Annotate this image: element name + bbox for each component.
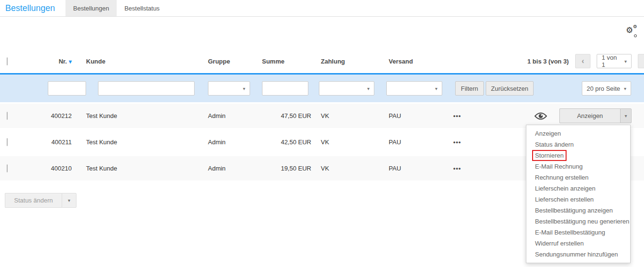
filter-gruppe-select[interactable]: ▾ bbox=[208, 81, 250, 96]
top-bar: Bestellungen Bestellungen Bestellstatus bbox=[0, 0, 644, 17]
row-checkbox[interactable] bbox=[7, 138, 8, 146]
cell-kunde: Test Kunde bbox=[72, 112, 208, 119]
col-header-versand[interactable]: Versand bbox=[389, 58, 453, 65]
menu-item-status-aendern[interactable]: Status ändern bbox=[526, 139, 630, 150]
menu-item-widerruf-erstellen[interactable]: Widerruf erstellen bbox=[526, 238, 630, 249]
cell-gruppe: Admin bbox=[208, 165, 262, 172]
cell-versand: PAU bbox=[389, 139, 453, 146]
more-info-button[interactable]: ••• bbox=[453, 139, 461, 146]
more-info-button[interactable]: ••• bbox=[453, 165, 461, 172]
bulk-action-split-button: Status ändern ▾ bbox=[5, 193, 76, 208]
zuruecksetzen-button[interactable]: Zurücksetzen bbox=[486, 81, 534, 96]
cell-zahlung: VK bbox=[311, 165, 389, 172]
cell-kunde: Test Kunde bbox=[72, 165, 208, 172]
pagination: 1 bis 3 (von 3) ‹ 1 von 1▾ › bbox=[527, 54, 644, 68]
filter-versand-select[interactable]: ▾ bbox=[386, 81, 442, 96]
anzeigen-button[interactable]: Anzeigen bbox=[559, 108, 620, 123]
menu-item-email-bestellbestaetigung[interactable]: E-Mail Bestellbestätigung bbox=[526, 227, 630, 238]
status-aendern-button[interactable]: Status ändern bbox=[5, 193, 62, 208]
cell-nr: 400210 bbox=[19, 165, 72, 172]
filter-row: ▾ ▾ ▾ Filtern Zurücksetzen 20 pro Seite▾ bbox=[0, 75, 644, 102]
anzeigen-caret-button[interactable]: ▾ bbox=[620, 108, 632, 123]
cell-gruppe: Admin bbox=[208, 139, 262, 146]
col-header-kunde[interactable]: Kunde bbox=[72, 58, 208, 65]
row-checkbox[interactable] bbox=[7, 112, 8, 120]
row-checkbox[interactable] bbox=[7, 164, 8, 172]
col-header-zahlung[interactable]: Zahlung bbox=[311, 58, 389, 65]
cell-nr: 400211 bbox=[19, 139, 72, 146]
more-info-button[interactable]: ••• bbox=[453, 112, 461, 119]
cell-nr: 400212 bbox=[19, 112, 72, 119]
status-aendern-caret-button[interactable]: ▾ bbox=[62, 193, 76, 208]
menu-item-stornieren[interactable]: Stornieren bbox=[526, 150, 630, 161]
menu-item-email-rechnung[interactable]: E-Mail Rechnung bbox=[526, 161, 630, 172]
eye-icon[interactable] bbox=[535, 112, 547, 120]
cell-summe: 42,50 EUR bbox=[262, 139, 311, 146]
col-header-gruppe[interactable]: Gruppe bbox=[208, 58, 262, 65]
menu-item-bestellbestaetigung-anzeigen[interactable]: Bestellbestätigung anzeigen bbox=[526, 205, 630, 216]
table-header-row: Nr.▾ Kunde Gruppe Summe Zahlung Versand … bbox=[0, 49, 644, 73]
menu-item-sendungsnummer-hinzufuegen[interactable]: Sendungsnummer hinzufügen bbox=[526, 249, 630, 260]
menu-item-bestellbestaetigung-neu-generieren[interactable]: Bestellbestätigung neu generieren bbox=[526, 216, 630, 227]
order-action-menu: Anzeigen Status ändern Stornieren E-Mail… bbox=[526, 125, 631, 263]
chevron-down-icon: ▾ bbox=[243, 86, 245, 91]
next-page-button[interactable]: › bbox=[638, 54, 644, 68]
menu-item-lieferschein-anzeigen[interactable]: Lieferschein anzeigen bbox=[526, 183, 630, 194]
gear-dot-icon bbox=[634, 34, 637, 37]
menu-item-lieferschein-erstellen[interactable]: Lieferschein erstellen bbox=[526, 194, 630, 205]
cell-summe: 19,50 EUR bbox=[262, 165, 311, 172]
select-all-checkbox[interactable] bbox=[7, 57, 8, 65]
chevron-down-icon: ▾ bbox=[435, 86, 437, 91]
chevron-down-icon: ▾ bbox=[624, 59, 627, 64]
cell-zahlung: VK bbox=[311, 139, 389, 146]
tab-bestellstatus[interactable]: Bestellstatus bbox=[117, 0, 167, 16]
cell-versand: PAU bbox=[389, 165, 453, 172]
filtern-button[interactable]: Filtern bbox=[455, 81, 484, 96]
chevron-down-icon: ▾ bbox=[68, 198, 70, 203]
filter-zahlung-select[interactable]: ▾ bbox=[319, 81, 374, 96]
stornieren-highlight-box[interactable]: Stornieren bbox=[532, 150, 567, 161]
menu-item-anzeigen[interactable]: Anzeigen bbox=[526, 128, 630, 139]
col-header-summe[interactable]: Summe bbox=[262, 58, 311, 65]
per-page-select[interactable]: 20 pro Seite▾ bbox=[582, 81, 631, 96]
cell-gruppe: Admin bbox=[208, 112, 262, 119]
chevron-down-icon: ▾ bbox=[367, 86, 370, 91]
cell-kunde: Test Kunde bbox=[72, 139, 208, 146]
chevron-down-icon: ▾ bbox=[624, 86, 626, 91]
page-title: Bestellungen bbox=[0, 0, 65, 16]
filter-summe-input[interactable] bbox=[262, 81, 308, 96]
gear-small-icon: ⚙ bbox=[633, 24, 637, 29]
chevron-down-icon: ▾ bbox=[624, 113, 627, 118]
cell-versand: PAU bbox=[389, 112, 453, 119]
prev-page-button[interactable]: ‹ bbox=[575, 54, 591, 68]
page-select[interactable]: 1 von 1▾ bbox=[597, 54, 632, 68]
cell-summe: 47,50 EUR bbox=[262, 112, 311, 119]
pagination-range-text: 1 bis 3 (von 3) bbox=[527, 58, 569, 65]
filter-kunde-input[interactable] bbox=[98, 81, 195, 96]
cell-zahlung: VK bbox=[311, 112, 389, 119]
col-header-nr[interactable]: Nr.▾ bbox=[19, 58, 72, 65]
gear-icon: ⚙ bbox=[626, 26, 633, 34]
settings-gears-icon[interactable]: ⚙ ⚙ bbox=[626, 26, 637, 36]
filter-nr-input[interactable] bbox=[48, 81, 86, 96]
tab-bestellungen[interactable]: Bestellungen bbox=[65, 0, 117, 16]
chevron-left-icon: ‹ bbox=[581, 57, 584, 65]
menu-item-rechnung-erstellen[interactable]: Rechnung erstellen bbox=[526, 172, 630, 183]
tab-bar: Bestellungen Bestellstatus bbox=[65, 0, 167, 16]
